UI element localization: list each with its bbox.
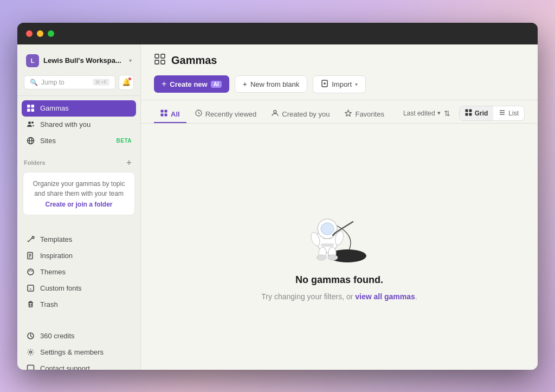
plus-icon: + xyxy=(162,79,166,89)
search-shortcut: ⌘+K xyxy=(93,79,109,86)
minimize-button[interactable] xyxy=(37,30,43,37)
sidebar-item-trash[interactable]: Trash xyxy=(22,297,136,313)
import-button[interactable]: Import ▾ xyxy=(313,75,366,93)
sidebar-item-settings-label: Settings & members xyxy=(40,348,104,356)
import-chevron-icon: ▾ xyxy=(355,81,358,87)
empty-title: No gammas found. xyxy=(295,274,383,286)
astronaut-illustration xyxy=(291,192,388,268)
filter-tab-favorites[interactable]: Favorites xyxy=(338,106,390,123)
toolbar-row: + Create new AI + New from blank xyxy=(154,75,525,93)
filter-tab-all[interactable]: All xyxy=(154,106,186,123)
svg-rect-37 xyxy=(161,114,164,117)
view-all-gammas-link[interactable]: view all gammas xyxy=(355,292,415,301)
sidebar-item-shared[interactable]: Shared with you xyxy=(22,117,136,133)
close-button[interactable] xyxy=(26,30,33,37)
sidebar-item-settings[interactable]: Settings & members xyxy=(22,344,136,361)
svg-rect-45 xyxy=(469,109,472,112)
sidebar-item-gammas[interactable]: Gammas xyxy=(22,100,136,117)
svg-point-61 xyxy=(317,255,326,260)
star-icon xyxy=(345,110,352,118)
folder-promo: Organize your gammas by topic and share … xyxy=(23,172,135,215)
svg-point-5 xyxy=(31,121,34,124)
sidebar-item-sites[interactable]: Sites BETA xyxy=(22,133,136,149)
search-placeholder: Jump to xyxy=(41,79,64,86)
sidebar-item-sites-label: Sites xyxy=(40,137,56,145)
create-new-button[interactable]: + Create new AI xyxy=(154,75,229,93)
sidebar-item-themes[interactable]: Themes xyxy=(22,264,136,280)
svg-rect-30 xyxy=(155,60,159,64)
list-view-icon xyxy=(499,109,506,118)
svg-rect-53 xyxy=(321,243,334,247)
svg-point-17 xyxy=(30,270,31,271)
maximize-button[interactable] xyxy=(48,30,54,37)
ai-badge: AI xyxy=(211,81,222,88)
search-row: 🔍 Jump to ⌘+K 🔔 xyxy=(24,75,134,90)
sort-button[interactable]: Last edited ▾ ⇅ xyxy=(399,107,455,120)
page-title: Gammas xyxy=(171,54,217,67)
svg-rect-46 xyxy=(465,113,468,115)
notification-button[interactable]: 🔔 xyxy=(119,75,134,90)
wand-icon xyxy=(26,235,35,244)
notification-dot xyxy=(128,77,132,81)
sidebar-item-support[interactable]: Contact support xyxy=(22,361,136,370)
svg-rect-35 xyxy=(161,110,164,113)
search-icon: 🔍 xyxy=(30,79,38,86)
svg-line-10 xyxy=(28,241,28,242)
view-controls: Last edited ▾ ⇅ xyxy=(399,106,525,123)
workspace-name: Lewis Bull's Workspa... xyxy=(43,56,125,65)
svg-rect-29 xyxy=(161,54,165,58)
folders-section: Folders + xyxy=(17,153,140,170)
sidebar-item-themes-label: Themes xyxy=(40,268,66,276)
sidebar-item-custom-fonts[interactable]: A Custom fonts xyxy=(22,280,136,297)
view-toggle: Grid List xyxy=(459,106,525,121)
svg-text:A: A xyxy=(29,287,31,291)
sidebar-item-templates[interactable]: Templates xyxy=(22,232,136,248)
palette-icon xyxy=(26,268,35,277)
trash-icon xyxy=(26,300,35,309)
search-box[interactable]: 🔍 Jump to ⌘+K xyxy=(24,75,115,89)
grid-icon xyxy=(26,104,35,113)
list-view-button[interactable]: List xyxy=(493,106,524,120)
svg-rect-47 xyxy=(469,113,472,115)
sidebar-item-inspiration-label: Inspiration xyxy=(40,252,73,260)
create-folder-link[interactable]: Create or join a folder xyxy=(30,201,128,208)
sidebar-header: L Lewis Bull's Workspa... ▾ 🔍 Jump to ⌘+… xyxy=(17,44,140,96)
filter-tab-created-by-you[interactable]: Created by you xyxy=(265,106,336,123)
filter-tabs: All Recently viewed xyxy=(141,100,538,124)
svg-rect-36 xyxy=(165,110,167,113)
svg-line-41 xyxy=(198,113,199,114)
sidebar-item-shared-label: Shared with you xyxy=(40,120,91,128)
svg-rect-31 xyxy=(161,60,165,64)
add-folder-button[interactable]: + xyxy=(124,158,134,168)
svg-rect-2 xyxy=(27,109,30,112)
grid-view-icon xyxy=(465,109,472,118)
titlebar xyxy=(17,23,538,44)
page-title-row: Gammas xyxy=(154,53,525,68)
chevron-down-icon: ▾ xyxy=(129,57,132,63)
new-from-blank-button[interactable]: + New from blank xyxy=(235,75,308,93)
chevron-sort-icon: ▾ xyxy=(437,110,441,117)
svg-rect-1 xyxy=(31,105,34,108)
empty-state: No gammas found. Try changing your filte… xyxy=(261,192,417,301)
font-icon: A xyxy=(26,284,35,293)
sidebar-item-gammas-label: Gammas xyxy=(40,104,69,112)
grid-view-button[interactable]: Grid xyxy=(460,106,494,120)
workspace-row[interactable]: L Lewis Bull's Workspa... ▾ xyxy=(24,52,134,69)
sidebar: L Lewis Bull's Workspa... ▾ 🔍 Jump to ⌘+… xyxy=(17,44,141,370)
svg-point-18 xyxy=(31,271,33,272)
svg-point-16 xyxy=(29,271,30,272)
sidebar-item-credits[interactable]: 360 credits xyxy=(22,328,136,344)
svg-point-4 xyxy=(28,121,31,124)
sidebar-item-inspiration[interactable]: Inspiration xyxy=(22,248,136,264)
all-icon xyxy=(160,110,167,118)
svg-rect-3 xyxy=(31,109,34,112)
svg-line-9 xyxy=(28,238,32,242)
svg-point-26 xyxy=(29,351,31,354)
import-icon xyxy=(321,80,328,89)
sidebar-footer-nav: 360 credits Settings & members xyxy=(17,324,140,370)
credits-icon xyxy=(26,332,35,340)
sidebar-nav: Gammas Shared with you xyxy=(17,96,140,153)
filter-tab-recently-viewed[interactable]: Recently viewed xyxy=(189,106,263,123)
main-content: Gammas + Create new AI + New from blank xyxy=(141,44,538,370)
clock-icon xyxy=(195,110,202,118)
